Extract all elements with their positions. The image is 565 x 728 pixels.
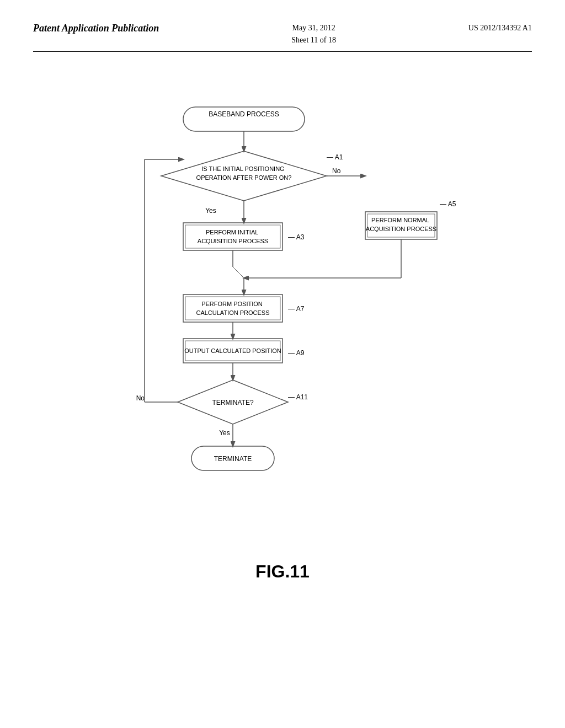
svg-text:— A9: — A9 — [288, 349, 305, 357]
svg-text:PERFORM POSITION
          CAL: PERFORM POSITION CALCULATION PROCESS — [196, 301, 269, 316]
page: Patent Application Publication May 31, 2… — [0, 0, 565, 728]
publication-date-sheet: May 31, 2012 Sheet 11 of 18 — [291, 22, 336, 47]
flowchart-svg: BASEBAND PROCESS — A1 IS THE INITIAL POS… — [89, 96, 476, 526]
svg-text:— A7: — A7 — [288, 305, 305, 313]
svg-line-21 — [233, 267, 244, 278]
svg-text:No: No — [136, 394, 145, 402]
svg-text:— A11: — A11 — [288, 393, 308, 401]
svg-text:— A5: — A5 — [440, 200, 456, 208]
page-header: Patent Application Publication May 31, 2… — [33, 22, 532, 52]
svg-text:— A3: — A3 — [288, 233, 305, 241]
svg-text:No: No — [332, 167, 341, 175]
svg-text:Yes: Yes — [205, 207, 216, 215]
publication-title: Patent Application Publication — [33, 22, 159, 35]
figure-label: FIG.11 — [255, 561, 310, 582]
svg-text:TERMINATE?: TERMINATE? — [212, 399, 253, 406]
svg-text:OUTPUT CALCULATED POSITION: OUTPUT CALCULATED POSITION — [184, 347, 281, 354]
publication-sheet: Sheet 11 of 18 — [291, 36, 336, 44]
flowchart: BASEBAND PROCESS — A1 IS THE INITIAL POS… — [89, 96, 476, 528]
svg-text:PERFORM NORMAL
          ACQUI: PERFORM NORMAL ACQUISITION PROCESS — [366, 217, 436, 232]
svg-text:IS THE INITIAL POSITIONING
   : IS THE INITIAL POSITIONING OPERATION AFT… — [196, 165, 292, 181]
diagram-area: BASEBAND PROCESS — A1 IS THE INITIAL POS… — [33, 96, 532, 582]
svg-rect-9 — [183, 223, 282, 250]
svg-text:— A1: — A1 — [327, 153, 343, 161]
publication-number: US 2012/134392 A1 — [468, 22, 532, 34]
publication-date: May 31, 2012 — [292, 24, 335, 32]
svg-rect-24 — [183, 295, 282, 322]
svg-text:PERFORM INITIAL
          ACQU: PERFORM INITIAL ACQUISITION PROCESS — [198, 229, 268, 244]
svg-text:BASEBAND PROCESS: BASEBAND PROCESS — [209, 110, 279, 118]
svg-text:Yes: Yes — [219, 429, 230, 437]
svg-text:TERMINATE: TERMINATE — [214, 455, 252, 463]
